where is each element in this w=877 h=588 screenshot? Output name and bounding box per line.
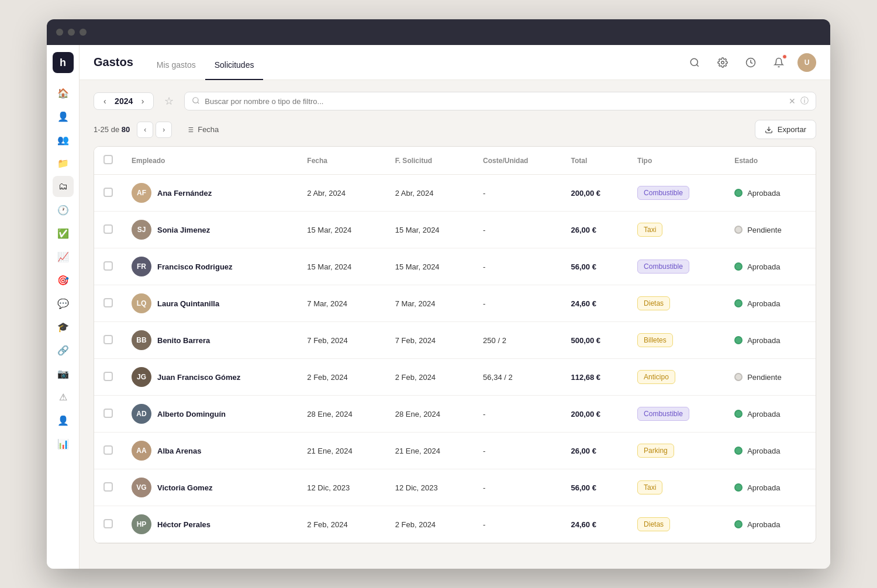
employee-avatar: LQ xyxy=(132,293,151,313)
row-employee-cell: AA Alba Arenas xyxy=(122,433,298,469)
tipo-badge: Combustible xyxy=(637,260,689,274)
sidebar-item-check[interactable]: ✅ xyxy=(53,223,74,244)
row-checkbox-3[interactable] xyxy=(103,298,113,307)
tipo-badge: Anticipo xyxy=(637,370,675,384)
sidebar-item-clock[interactable]: 🕐 xyxy=(53,199,74,220)
prev-page-button[interactable]: ‹ xyxy=(137,122,153,138)
sidebar-item-link[interactable]: 🔗 xyxy=(53,340,74,361)
status-cell: Aprobada xyxy=(734,483,806,492)
search-info-icon[interactable]: ⓘ xyxy=(800,96,809,106)
th-coste: Coste/Unidad xyxy=(474,147,561,175)
row-fecha-cell: 28 Ene, 2024 xyxy=(298,396,385,433)
row-checkbox-7[interactable] xyxy=(103,445,113,455)
user-avatar-btn[interactable]: U xyxy=(797,53,816,72)
row-checkbox-4[interactable] xyxy=(103,335,113,344)
row-employee-cell: LQ Laura Quintanilla xyxy=(122,285,298,322)
maximize-dot xyxy=(80,29,87,36)
sidebar-item-person[interactable]: 👤 xyxy=(53,106,74,127)
employee-name: Sonia Jimenez xyxy=(157,226,210,234)
sort-button[interactable]: Fecha xyxy=(181,123,223,136)
row-estado-cell: Aprobada xyxy=(725,322,816,359)
employee-name: Ana Fernández xyxy=(157,189,212,198)
expenses-table-container: Empleado Fecha F. Solicitud Coste/Unidad… xyxy=(94,146,816,544)
content-area: ‹ 2024 › ☆ ✕ ⓘ xyxy=(80,80,830,569)
select-all-checkbox[interactable] xyxy=(103,155,113,164)
row-employee-cell: HP Héctor Perales xyxy=(122,506,298,543)
th-fecha: Fecha xyxy=(298,147,385,175)
row-checkbox-2[interactable] xyxy=(103,261,113,271)
tipo-badge: Billetes xyxy=(637,333,673,347)
status-dot xyxy=(734,262,743,271)
year-navigator: ‹ 2024 › xyxy=(94,92,154,110)
sidebar-item-home[interactable]: 🏠 xyxy=(53,82,74,103)
sidebar-item-alert[interactable]: ⚠ xyxy=(53,386,74,407)
row-estado-cell: Aprobada xyxy=(725,285,816,322)
sidebar-item-camera[interactable]: 📷 xyxy=(53,363,74,384)
row-checkbox-1[interactable] xyxy=(103,224,113,234)
employee-avatar: SJ xyxy=(132,220,151,240)
row-estado-cell: Pendiente xyxy=(725,359,816,396)
sidebar-item-graduation[interactable]: 🎓 xyxy=(53,316,74,337)
search-clear-icon[interactable]: ✕ xyxy=(789,96,796,106)
status-label: Aprobada xyxy=(747,189,780,198)
status-cell: Aprobada xyxy=(734,447,806,455)
page-title: Gastos xyxy=(94,56,133,69)
employee-name: Alba Arenas xyxy=(157,447,201,455)
table-row: HP Héctor Perales 2 Feb, 2024 2 Feb, 202… xyxy=(94,506,816,543)
svg-line-5 xyxy=(198,102,199,103)
row-estado-cell: Aprobada xyxy=(725,396,816,433)
row-tipo-cell: Combustible xyxy=(628,396,725,433)
year-prev-button[interactable]: ‹ xyxy=(101,96,109,106)
export-button[interactable]: Exportar xyxy=(755,120,816,139)
status-cell: Aprobada xyxy=(734,336,806,345)
status-dot xyxy=(734,373,743,381)
row-total-cell: 500,00 € xyxy=(562,322,629,359)
app-body: h 🏠 👤 👥 📁 🗂 🕐 ✅ 📈 🎯 💬 🎓 🔗 📷 ⚠ 👤 📊 Gastos xyxy=(47,45,830,569)
filter-bar: ‹ 2024 › ☆ ✕ ⓘ xyxy=(94,92,816,110)
status-dot xyxy=(734,336,743,344)
export-label: Exportar xyxy=(778,125,806,134)
sidebar-item-folders[interactable]: 📁 xyxy=(53,153,74,174)
row-tipo-cell: Billetes xyxy=(628,322,725,359)
status-dot xyxy=(734,226,743,234)
year-next-button[interactable]: › xyxy=(139,96,147,106)
clock-icon-btn[interactable] xyxy=(741,53,760,72)
row-coste-cell: - xyxy=(474,506,561,543)
favorite-button[interactable]: ☆ xyxy=(160,92,178,110)
status-dot xyxy=(734,299,743,307)
tipo-badge: Dietas xyxy=(637,517,670,531)
sidebar-item-target[interactable]: 🎯 xyxy=(53,269,74,290)
row-checkbox-5[interactable] xyxy=(103,372,113,381)
search-icon-btn[interactable] xyxy=(685,53,704,72)
sidebar-item-user-add[interactable]: 👤 xyxy=(53,410,74,431)
status-cell: Aprobada xyxy=(734,189,806,198)
next-page-button[interactable]: › xyxy=(156,122,172,138)
row-tipo-cell: Taxi xyxy=(628,469,725,506)
pagination-total: 80 xyxy=(122,125,130,134)
row-checkbox-6[interactable] xyxy=(103,409,113,418)
minimize-dot xyxy=(68,29,75,36)
tab-solicitudes[interactable]: Solicitudes xyxy=(205,56,264,80)
row-total-cell: 26,00 € xyxy=(562,433,629,469)
sidebar: h 🏠 👤 👥 📁 🗂 🕐 ✅ 📈 🎯 💬 🎓 🔗 📷 ⚠ 👤 📊 xyxy=(47,45,80,569)
tab-mis-gastos[interactable]: Mis gastos xyxy=(147,56,205,80)
employee-name: Francisco Rodriguez xyxy=(157,262,233,271)
settings-icon-btn[interactable] xyxy=(713,53,732,72)
row-checkbox-9[interactable] xyxy=(103,519,113,528)
row-checkbox-8[interactable] xyxy=(103,482,113,492)
row-checkbox-cell xyxy=(94,396,122,433)
row-employee-cell: VG Victoria Gomez xyxy=(122,469,298,506)
row-estado-cell: Aprobada xyxy=(725,469,816,506)
sidebar-item-message[interactable]: 💬 xyxy=(53,293,74,314)
sidebar-item-pie-chart[interactable]: 📊 xyxy=(53,433,74,454)
row-f-solicitud-cell: 28 Ene, 2024 xyxy=(386,396,474,433)
row-coste-cell: - xyxy=(474,212,561,248)
notification-icon-btn[interactable] xyxy=(769,53,788,72)
row-checkbox-0[interactable] xyxy=(103,188,113,197)
row-fecha-cell: 2 Feb, 2024 xyxy=(298,506,385,543)
sidebar-item-chart[interactable]: 📈 xyxy=(53,246,74,267)
status-dot xyxy=(734,189,743,197)
sidebar-item-team[interactable]: 👥 xyxy=(53,129,74,150)
sidebar-item-archive[interactable]: 🗂 xyxy=(53,176,74,197)
search-input[interactable] xyxy=(205,97,784,106)
